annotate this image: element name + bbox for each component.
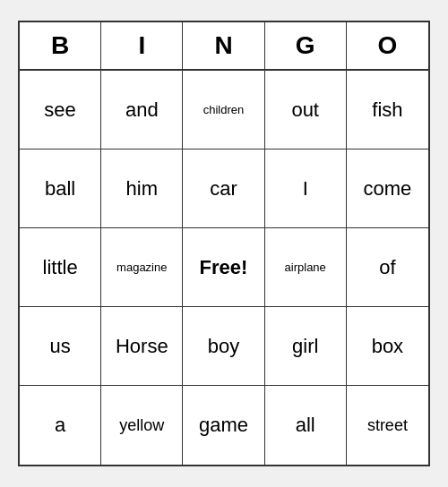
bingo-cell[interactable]: box <box>347 307 428 386</box>
bingo-cell[interactable]: us <box>20 307 101 386</box>
bingo-cell[interactable]: come <box>347 150 428 228</box>
bingo-cell[interactable]: and <box>101 71 183 150</box>
cell-label: yellow <box>119 416 164 435</box>
bingo-cell[interactable]: car <box>183 150 264 228</box>
bingo-cell[interactable]: yellow <box>101 386 183 465</box>
cell-label: street <box>367 416 408 435</box>
cell-label: car <box>210 177 237 201</box>
bingo-cell[interactable]: I <box>265 150 347 228</box>
bingo-cell[interactable]: of <box>347 228 428 307</box>
bingo-cell[interactable]: street <box>347 386 428 465</box>
bingo-cell[interactable]: ball <box>20 150 101 228</box>
cell-label: girl <box>292 335 318 358</box>
bingo-cell[interactable]: girl <box>265 307 347 386</box>
header-letter: N <box>183 22 264 69</box>
bingo-cell[interactable]: out <box>265 71 347 150</box>
cell-label: children <box>203 103 245 116</box>
cell-label: little <box>43 256 78 279</box>
bingo-cell[interactable]: boy <box>183 307 264 386</box>
bingo-cell[interactable]: children <box>183 71 264 150</box>
cell-label: airplane <box>285 261 326 274</box>
cell-label: Horse <box>116 335 168 358</box>
cell-label: box <box>372 335 403 358</box>
cell-label: ball <box>45 177 75 201</box>
cell-label: him <box>126 177 158 201</box>
cell-label: see <box>44 98 75 122</box>
bingo-cell[interactable]: little <box>20 228 101 307</box>
header-letter: O <box>347 22 428 69</box>
bingo-cell[interactable]: airplane <box>265 228 347 307</box>
bingo-cell[interactable]: game <box>183 386 264 465</box>
cell-label: us <box>49 335 70 358</box>
bingo-cell[interactable]: Free! <box>183 228 264 307</box>
bingo-cell[interactable]: magazine <box>101 228 183 307</box>
bingo-cell[interactable]: see <box>20 71 101 150</box>
cell-label: all <box>296 414 315 437</box>
cell-label: out <box>291 98 319 122</box>
cell-label: I <box>303 177 308 201</box>
bingo-card: BINGO seeandchildrenoutfishballhimcarIco… <box>18 21 430 466</box>
cell-label: of <box>379 256 395 279</box>
bingo-cell[interactable]: Horse <box>101 307 183 386</box>
bingo-grid: seeandchildrenoutfishballhimcarIcomelitt… <box>20 71 428 465</box>
bingo-header: BINGO <box>20 22 428 71</box>
header-letter: I <box>101 22 183 69</box>
cell-label: fish <box>372 98 402 122</box>
cell-label: Free! <box>200 256 248 279</box>
header-letter: G <box>265 22 347 69</box>
cell-label: boy <box>208 335 239 358</box>
bingo-cell[interactable]: him <box>101 150 183 228</box>
cell-label: and <box>125 98 159 122</box>
cell-label: come <box>363 177 411 201</box>
cell-label: game <box>199 414 248 437</box>
cell-label: a <box>55 414 65 437</box>
bingo-cell[interactable]: fish <box>347 71 428 150</box>
header-letter: B <box>20 22 101 69</box>
bingo-cell[interactable]: all <box>265 386 347 465</box>
cell-label: magazine <box>116 261 167 274</box>
bingo-cell[interactable]: a <box>20 386 101 465</box>
